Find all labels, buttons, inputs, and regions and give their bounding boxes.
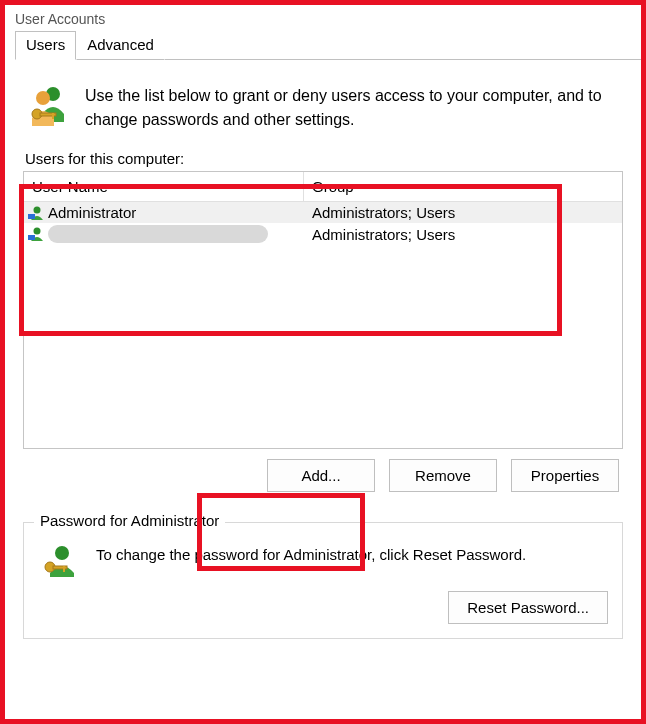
svg-point-5 [34, 206, 41, 213]
tab-users[interactable]: Users [15, 31, 76, 60]
table-row[interactable]: Administrators; Users [24, 223, 622, 245]
svg-rect-6 [28, 214, 35, 219]
tab-strip: Users Advanced [5, 31, 641, 60]
column-group[interactable]: Group [304, 172, 622, 201]
tab-content-users: Use the list below to grant or deny user… [5, 60, 641, 649]
users-list-label: Users for this computer: [23, 150, 623, 167]
cell-group: Administrators; Users [304, 226, 622, 243]
users-list-section: Users for this computer: User Name Group… [23, 150, 623, 492]
svg-point-9 [55, 546, 69, 560]
svg-point-7 [34, 228, 41, 235]
password-legend: Password for Administrator [34, 512, 225, 529]
table-row[interactable]: Administrator Administrators; Users [24, 202, 622, 223]
users-list[interactable]: User Name Group Administrator Administra… [23, 171, 623, 449]
remove-button[interactable]: Remove [389, 459, 497, 492]
svg-point-1 [36, 91, 50, 105]
cell-group: Administrators; Users [304, 204, 622, 221]
reset-password-button[interactable]: Reset Password... [448, 591, 608, 624]
svg-rect-4 [52, 113, 54, 119]
cell-username: Administrator [48, 204, 136, 221]
password-text: To change the password for Administrator… [96, 543, 526, 566]
window-title: User Accounts [5, 5, 641, 31]
svg-rect-12 [63, 566, 65, 572]
cell-username-redacted [48, 225, 268, 243]
user-accounts-window: User Accounts Users Advanced Use the lis… [0, 0, 646, 724]
password-groupbox: Password for Administrator To change the… [23, 522, 623, 639]
user-icon [28, 205, 44, 221]
user-buttons-row: Add... Remove Properties [23, 459, 623, 492]
user-key-icon [42, 543, 78, 579]
svg-rect-8 [28, 235, 35, 240]
users-key-icon [29, 84, 69, 128]
intro-text: Use the list below to grant or deny user… [85, 84, 617, 132]
column-username[interactable]: User Name [24, 172, 304, 201]
tab-advanced[interactable]: Advanced [76, 31, 165, 60]
add-button[interactable]: Add... [267, 459, 375, 492]
user-icon [28, 226, 44, 242]
properties-button[interactable]: Properties [511, 459, 619, 492]
tab-strip-filler [165, 32, 641, 60]
list-header: User Name Group [24, 172, 622, 202]
